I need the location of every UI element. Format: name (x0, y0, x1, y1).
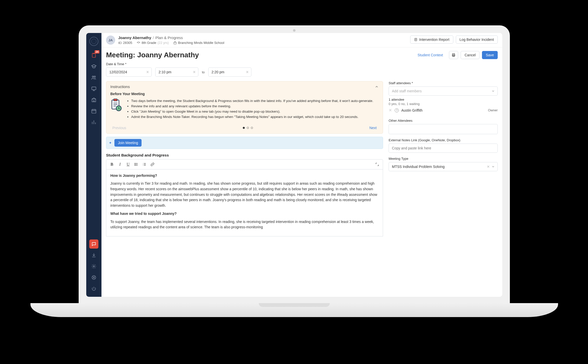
sidebar: 24 (86, 33, 101, 297)
clear-start-icon[interactable]: ✕ (193, 70, 196, 74)
student-grade: 8th Grade (22 yrs) (137, 41, 169, 45)
cancel-button[interactable]: Cancel (461, 51, 479, 59)
link-button[interactable] (149, 161, 156, 168)
sidebar-item-calendar[interactable] (89, 107, 98, 116)
sidebar-item-chat[interactable] (89, 239, 98, 249)
student-name[interactable]: Joanny Abernathy (118, 36, 151, 40)
editor-toolbar: B I U 123 (106, 159, 383, 169)
sidebar-item-groups[interactable] (89, 73, 98, 82)
meeting-type-label: Meeting Type (389, 157, 498, 161)
italic-button[interactable]: I (116, 161, 124, 168)
svg-rect-12 (453, 54, 455, 55)
svg-point-20 (135, 165, 135, 166)
bold-button[interactable]: B (108, 161, 115, 168)
external-notes-input[interactable] (389, 144, 498, 153)
sidebar-item-help[interactable] (89, 273, 98, 282)
attendee-name: Austin Griffith (401, 108, 423, 112)
instructions-next-button[interactable]: Next (367, 125, 379, 131)
instructions-subtitle: Before Your Meeting (110, 92, 379, 96)
end-time-input[interactable] (208, 67, 251, 77)
chat-icon (91, 241, 96, 247)
sidebar-item-reports[interactable] (89, 118, 98, 127)
attendee-count: 1 attendee (389, 98, 498, 101)
svg-text:3: 3 (143, 165, 144, 166)
underline-button[interactable]: U (125, 161, 132, 168)
editor-section-title: Student Background and Progress (106, 153, 383, 157)
intervention-report-button[interactable]: Intervention Report (410, 36, 453, 44)
clear-date-icon[interactable]: ✕ (146, 70, 149, 74)
svg-point-6 (93, 266, 95, 267)
sparkle-icon: ✦ (109, 141, 112, 145)
sidebar-item-school[interactable] (89, 95, 98, 105)
log-behavior-button[interactable]: Log Behavior Incident (456, 36, 498, 44)
dot-icon (243, 127, 245, 129)
other-attendees-input[interactable] (389, 124, 498, 134)
dot-icon (247, 127, 249, 129)
instructions-header[interactable]: Instructions (106, 81, 383, 92)
clipboard-clock-icon (110, 98, 123, 120)
power-icon (91, 286, 96, 291)
meeting-type-select[interactable]: MTSS Individual Problem Solving ✕ (389, 162, 498, 171)
bullet-list-button[interactable] (133, 161, 140, 168)
svg-point-9 (119, 42, 120, 43)
chevron-down-icon (491, 89, 495, 93)
datetime-label: Date & Time * (106, 62, 498, 66)
monitor-icon (91, 86, 97, 92)
svg-point-18 (135, 163, 135, 164)
sidebar-item-dashboard[interactable]: 24 (89, 51, 98, 60)
sidebar-item-download[interactable] (89, 251, 98, 260)
student-avatar: JA (106, 36, 115, 45)
staff-attendees-select[interactable]: Add staff members (389, 86, 498, 96)
sidebar-item-screen[interactable] (89, 84, 98, 93)
app-logo-icon[interactable] (89, 37, 98, 46)
start-time-input[interactable] (155, 67, 198, 77)
svg-rect-3 (92, 87, 96, 90)
print-button[interactable] (449, 51, 458, 59)
laptop-base (30, 303, 558, 317)
svg-point-19 (135, 164, 135, 165)
users-icon (91, 75, 97, 80)
graduation-icon (91, 64, 97, 69)
instructions-list: Two days before the meeting, the Student… (127, 98, 379, 120)
status-unknown-icon: ? (395, 108, 399, 112)
external-notes-label: External Notes Link (Google, OneNote, Dr… (389, 138, 498, 142)
chevron-down-icon (491, 165, 495, 168)
calendar-icon (91, 108, 97, 114)
staff-attendees-label: Staff attendees * (389, 81, 498, 85)
breadcrumb-page: Plan & Progress (155, 36, 183, 40)
sidebar-item-logout[interactable] (89, 284, 98, 293)
notification-badge: 24 (95, 50, 99, 54)
numbered-list-icon: 123 (142, 162, 146, 166)
numbered-list-button[interactable]: 123 (141, 161, 148, 168)
join-meeting-button[interactable]: Join Meeting (114, 139, 142, 147)
save-button[interactable]: Save (482, 51, 498, 59)
svg-rect-5 (92, 110, 96, 113)
gear-icon (91, 264, 96, 269)
dot-icon (251, 127, 253, 129)
editor-question-1: How is Joanny performing? (110, 173, 379, 179)
sidebar-item-settings[interactable] (89, 262, 98, 271)
remove-attendee-icon[interactable]: ✕ (389, 108, 392, 113)
editor-paragraph-1: Joanny is currently in Tier 3 for readin… (110, 181, 379, 208)
attendee-status: 0 yes, 0 no, 1 waiting (389, 102, 498, 106)
expand-button[interactable] (374, 161, 381, 168)
chart-icon (91, 119, 97, 125)
sidebar-item-students[interactable] (89, 62, 98, 71)
svg-point-1 (92, 76, 94, 78)
clear-end-icon[interactable]: ✕ (246, 70, 249, 74)
grade-icon (137, 41, 140, 45)
clear-type-icon[interactable]: ✕ (487, 165, 490, 169)
instructions-prev-button[interactable]: Previous (110, 125, 129, 131)
date-input[interactable] (106, 67, 152, 77)
link-icon (150, 162, 154, 166)
school-icon (173, 41, 177, 45)
chevron-up-icon (375, 85, 379, 89)
svg-point-2 (94, 76, 96, 78)
editor-content[interactable]: How is Joanny performing? Joanny is curr… (106, 169, 383, 236)
student-context-link[interactable]: Student Context (414, 51, 446, 59)
id-icon (118, 41, 122, 45)
student-school: Branching Minds Middle School (173, 41, 224, 45)
bullet-list-icon (134, 162, 138, 166)
other-attendees-label: Other Attendees (389, 119, 498, 123)
help-icon (91, 275, 96, 280)
